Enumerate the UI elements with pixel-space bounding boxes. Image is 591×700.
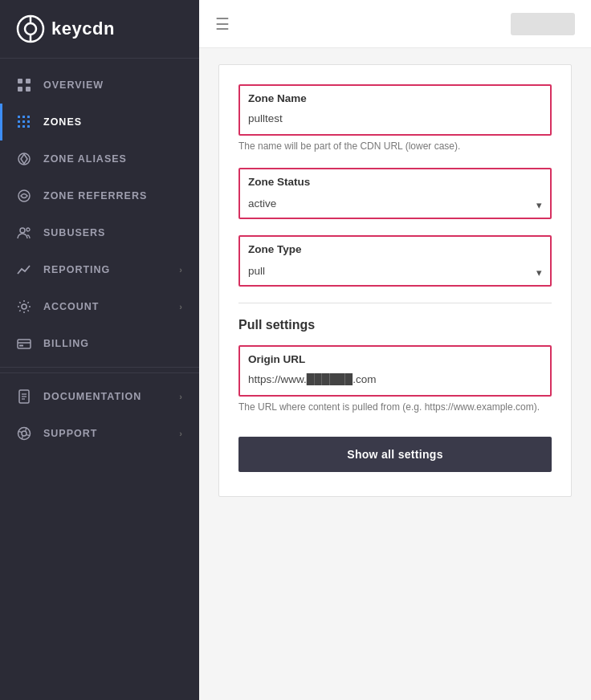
- zone-name-label: Zone Name: [240, 86, 550, 108]
- topbar-user: [511, 13, 575, 35]
- svg-rect-8: [18, 116, 20, 118]
- svg-rect-4: [18, 79, 22, 83]
- zone-name-hint: The name will be part of the CDN URL (lo…: [238, 140, 552, 152]
- svg-rect-6: [18, 87, 22, 92]
- zone-status-label: Zone Status: [240, 169, 550, 191]
- support-arrow: ›: [179, 429, 183, 438]
- zone-status-outlined: Zone Status active inactive ▾: [238, 168, 552, 219]
- chart-icon: [16, 262, 32, 278]
- section-divider: [238, 303, 552, 303]
- sidebar-divider: [0, 367, 199, 368]
- zone-type-outlined: Zone Type pull push ▾: [238, 235, 552, 287]
- sidebar-item-documentation-label: DOCUMENTATION: [43, 391, 141, 402]
- svg-rect-13: [27, 120, 30, 123]
- origin-url-label: Origin URL: [240, 347, 550, 368]
- sidebar-item-zones[interactable]: ZONES: [0, 104, 199, 140]
- svg-rect-10: [27, 116, 30, 118]
- zone-status-select-wrap: active inactive ▾: [240, 191, 550, 218]
- svg-rect-9: [22, 116, 25, 118]
- zone-name-field-group: Zone Name The name will be part of the C…: [238, 84, 552, 152]
- sidebar-item-documentation[interactable]: DOCUMENTATION ›: [0, 378, 199, 415]
- sidebar-item-subusers[interactable]: SUBUSERS: [0, 214, 199, 251]
- reporting-arrow: ›: [179, 265, 183, 275]
- svg-rect-16: [27, 125, 30, 128]
- sidebar-item-billing-label: BILLING: [43, 338, 89, 349]
- svg-rect-7: [26, 87, 31, 92]
- billing-icon: [16, 336, 32, 352]
- diamond-icon-referrers: [16, 188, 32, 204]
- svg-line-32: [26, 435, 30, 436]
- account-arrow: ›: [179, 302, 183, 311]
- svg-line-31: [18, 431, 22, 432]
- sidebar-bottom: DOCUMENTATION › SUPPORT ›: [0, 372, 199, 452]
- origin-url-hint: The URL where content is pulled from (e.…: [238, 401, 552, 413]
- svg-rect-15: [22, 125, 25, 128]
- sidebar-item-subusers-label: SUBUSERS: [43, 227, 105, 238]
- sidebar-item-zone-aliases-label: ZONE ALIASES: [43, 153, 127, 165]
- svg-rect-12: [22, 120, 25, 123]
- svg-rect-24: [19, 345, 23, 347]
- svg-rect-11: [18, 120, 20, 123]
- sidebar-item-zone-referrers[interactable]: ZONE REFERRERS: [0, 177, 199, 214]
- zone-type-field-group: Zone Type pull push ▾: [238, 235, 552, 287]
- doc-icon: [16, 389, 32, 405]
- pull-settings-title: Pull settings: [238, 318, 552, 332]
- sidebar-item-billing[interactable]: BILLING: [0, 325, 199, 362]
- origin-url-field-group: Origin URL The URL where content is pull…: [238, 345, 552, 413]
- zone-status-field-group: Zone Status active inactive ▾: [238, 168, 552, 219]
- zone-type-select[interactable]: pull push: [240, 258, 550, 285]
- grid-icon: [16, 77, 32, 93]
- svg-rect-22: [18, 340, 31, 348]
- svg-rect-5: [26, 79, 31, 83]
- zone-type-select-wrap: pull push ▾: [240, 258, 550, 285]
- sidebar-item-reporting[interactable]: REPORTING ›: [0, 251, 199, 288]
- svg-point-19: [20, 228, 25, 233]
- svg-line-34: [26, 428, 26, 431]
- topbar: ☰: [199, 0, 591, 48]
- sidebar-item-reporting-label: REPORTING: [43, 264, 110, 275]
- sidebar: keycdn OVERVIEW: [0, 0, 199, 700]
- zone-type-label: Zone Type: [240, 237, 550, 258]
- people-icon: [16, 225, 32, 241]
- gear-icon: [16, 299, 32, 315]
- sidebar-item-support-label: SUPPORT: [43, 428, 97, 439]
- diamond-icon-aliases: [16, 151, 32, 167]
- svg-point-20: [26, 228, 30, 231]
- logo-text: keycdn: [51, 18, 115, 39]
- origin-url-outlined: Origin URL: [238, 345, 552, 397]
- sidebar-nav: OVERVIEW ZONES: [0, 59, 199, 700]
- form-card: Zone Name The name will be part of the C…: [218, 64, 572, 497]
- sidebar-item-support[interactable]: SUPPORT ›: [0, 415, 199, 452]
- zone-name-input[interactable]: [240, 108, 550, 134]
- logo-container: keycdn: [0, 0, 199, 59]
- sidebar-item-zones-label: ZONES: [43, 116, 82, 128]
- page-content: Zone Name The name will be part of the C…: [199, 48, 591, 700]
- svg-point-1: [25, 23, 36, 35]
- sidebar-item-zone-aliases[interactable]: ZONE ALIASES: [0, 140, 199, 177]
- support-icon: [16, 425, 32, 442]
- sidebar-item-account-label: ACCOUNT: [43, 301, 100, 312]
- logo-icon: [16, 14, 45, 43]
- sidebar-item-account[interactable]: ACCOUNT ›: [0, 288, 199, 325]
- svg-line-33: [22, 436, 22, 439]
- show-all-settings-button[interactable]: Show all settings: [238, 437, 552, 472]
- svg-point-30: [22, 431, 26, 436]
- dots-grid-icon: [16, 114, 32, 130]
- zone-status-select[interactable]: active inactive: [240, 191, 550, 218]
- sidebar-item-overview[interactable]: OVERVIEW: [0, 67, 199, 104]
- origin-url-input[interactable]: [240, 368, 550, 395]
- zone-name-outlined: Zone Name: [238, 84, 552, 136]
- main-content: ☰ Zone Name The name will be part of the…: [199, 0, 591, 700]
- documentation-arrow: ›: [179, 392, 183, 401]
- hamburger-icon[interactable]: ☰: [215, 14, 230, 34]
- svg-point-29: [18, 428, 31, 440]
- sidebar-item-zone-referrers-label: ZONE REFERRERS: [43, 190, 147, 201]
- svg-rect-14: [18, 125, 20, 128]
- sidebar-item-overview-label: OVERVIEW: [43, 79, 104, 91]
- svg-point-21: [22, 304, 26, 309]
